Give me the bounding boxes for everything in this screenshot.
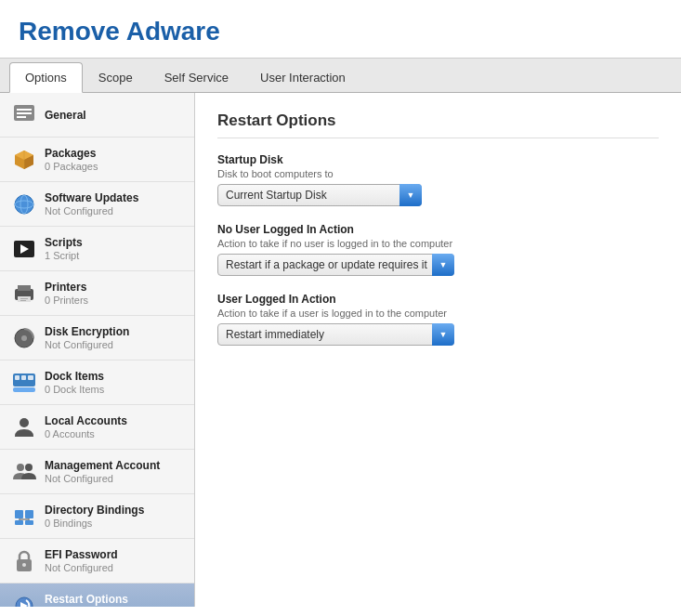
sidebar-item-printers[interactable]: Printers0 Printers — [0, 271, 194, 316]
svg-rect-17 — [20, 300, 26, 301]
tab-self-service[interactable]: Self Service — [149, 62, 244, 92]
svg-point-26 — [17, 464, 24, 471]
mgmt-icon — [11, 459, 37, 485]
sidebar-item-sub-scripts: 1 Script — [45, 250, 83, 261]
svg-rect-28 — [15, 510, 23, 518]
user-logged-select-wrapper: Restart immediately Do not restart Resta… — [217, 323, 454, 346]
page-title: Remove Adware — [0, 0, 681, 59]
local-icon — [11, 414, 37, 440]
tab-user-interaction[interactable]: User Interaction — [244, 62, 361, 92]
svg-point-27 — [25, 464, 33, 471]
startup-disk-group: Startup Disk Disk to boot computers to C… — [217, 153, 659, 206]
software-icon — [11, 191, 37, 217]
sidebar-item-title-software-updates: Software Updates — [45, 191, 138, 204]
sidebar-item-title-directory-bindings: Directory Bindings — [45, 504, 144, 517]
tab-bar: Options Scope Self Service User Interact… — [0, 59, 681, 93]
user-logged-group: User Logged In Action Action to take if … — [217, 293, 659, 346]
user-logged-label: User Logged In Action — [217, 293, 659, 306]
content-area: GeneralPackages0 PackagesSoftware Update… — [0, 93, 681, 607]
sidebar-item-restart-options[interactable]: Restart OptionsConfigured — [0, 583, 194, 607]
sidebar-item-scripts[interactable]: Scripts1 Script — [0, 227, 194, 271]
no-user-desc: Action to take if no user is logged in t… — [217, 238, 659, 249]
no-user-label: No User Logged In Action — [217, 223, 659, 236]
svg-rect-21 — [15, 375, 20, 380]
user-logged-desc: Action to take if a user is logged in to… — [217, 308, 659, 319]
sidebar-item-dock-items[interactable]: Dock Items0 Dock Items — [0, 360, 194, 405]
svg-point-25 — [20, 418, 29, 427]
sidebar-item-efi-password[interactable]: EFI PasswordNot Configured — [0, 539, 194, 583]
sidebar-item-general[interactable]: General — [0, 93, 194, 138]
general-icon — [11, 102, 37, 128]
disk-icon — [11, 325, 37, 351]
svg-rect-23 — [28, 375, 33, 380]
sidebar-item-title-printers: Printers — [45, 281, 88, 294]
svg-rect-31 — [25, 520, 33, 525]
sidebar-item-sub-packages: 0 Packages — [45, 161, 98, 172]
sidebar-item-title-restart-options: Restart Options — [45, 593, 128, 606]
sidebar-item-title-management-account: Management Account — [45, 459, 160, 472]
sidebar-item-disk-encryption[interactable]: Disk EncryptionNot Configured — [0, 316, 194, 360]
tab-scope[interactable]: Scope — [83, 62, 149, 92]
startup-disk-select-wrapper: Current Startup Disk — [217, 184, 422, 206]
dock-icon — [11, 370, 37, 396]
sidebar-item-title-general: General — [45, 109, 86, 122]
startup-disk-desc: Disk to boot computers to — [217, 168, 659, 179]
svg-rect-2 — [17, 112, 32, 114]
printers-icon — [11, 281, 37, 307]
sidebar-item-sub-directory-bindings: 0 Bindings — [45, 518, 144, 529]
sidebar-item-sub-dock-items: 0 Dock Items — [45, 384, 104, 395]
startup-disk-select[interactable]: Current Startup Disk — [217, 184, 422, 206]
sidebar-item-title-scripts: Scripts — [45, 236, 83, 249]
sidebar-item-sub-management-account: Not Configured — [45, 473, 160, 484]
restart-icon — [11, 593, 37, 608]
scripts-icon — [11, 236, 37, 262]
svg-rect-22 — [21, 375, 26, 380]
sidebar-item-title-packages: Packages — [45, 147, 98, 160]
svg-rect-24 — [13, 387, 35, 392]
svg-rect-29 — [25, 510, 33, 518]
sidebar-item-packages[interactable]: Packages0 Packages — [0, 138, 194, 182]
sidebar-item-sub-local-accounts: 0 Accounts — [45, 428, 127, 439]
svg-rect-14 — [18, 285, 31, 291]
sidebar-item-software-updates[interactable]: Software UpdatesNot Configured — [0, 182, 194, 227]
sidebar-item-directory-bindings[interactable]: Directory Bindings0 Bindings — [0, 494, 194, 539]
svg-point-19 — [21, 335, 27, 341]
main-panel: Restart Options Startup Disk Disk to boo… — [195, 93, 681, 607]
startup-disk-label: Startup Disk — [217, 153, 659, 166]
sidebar-item-title-efi-password: EFI Password — [45, 548, 118, 561]
sidebar-item-title-local-accounts: Local Accounts — [45, 414, 127, 427]
efi-icon — [11, 548, 37, 574]
section-title: Restart Options — [217, 111, 659, 138]
sidebar-item-management-account[interactable]: Management AccountNot Configured — [0, 450, 194, 494]
svg-point-36 — [22, 563, 26, 567]
svg-rect-1 — [17, 109, 32, 111]
sidebar-item-sub-disk-encryption: Not Configured — [45, 339, 129, 350]
tab-options[interactable]: Options — [9, 62, 83, 93]
svg-rect-16 — [20, 298, 28, 299]
no-user-select-wrapper: Restart if a package or update requires … — [217, 254, 454, 276]
user-logged-select[interactable]: Restart immediately Do not restart Resta… — [217, 323, 454, 346]
svg-rect-3 — [17, 116, 26, 118]
svg-rect-30 — [15, 520, 23, 525]
no-user-select[interactable]: Restart if a package or update requires … — [217, 254, 454, 276]
svg-point-8 — [15, 195, 33, 214]
directory-icon — [11, 504, 37, 530]
no-user-group: No User Logged In Action Action to take … — [217, 223, 659, 276]
sidebar-item-title-dock-items: Dock Items — [45, 370, 104, 383]
sidebar-item-sub-software-updates: Not Configured — [45, 205, 138, 216]
sidebar-item-sub-efi-password: Not Configured — [45, 562, 118, 573]
sidebar-item-title-disk-encryption: Disk Encryption — [45, 325, 129, 338]
packages-icon — [11, 147, 37, 173]
sidebar-item-sub-printers: 0 Printers — [45, 295, 88, 306]
sidebar-item-local-accounts[interactable]: Local Accounts0 Accounts — [0, 405, 194, 450]
sidebar: GeneralPackages0 PackagesSoftware Update… — [0, 93, 195, 607]
